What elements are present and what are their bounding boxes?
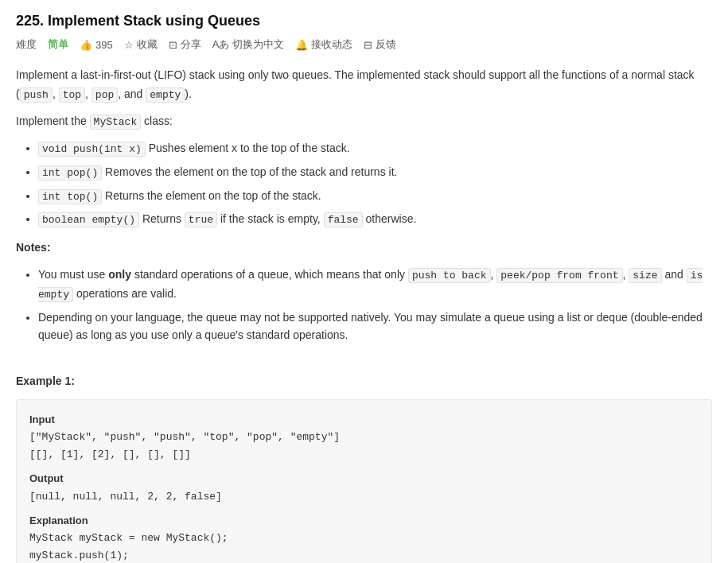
top-code: top [59,87,85,103]
note-code-1: push to back [408,268,491,283]
method-code-3: int top() [38,189,102,204]
method-text-2: Removes the element on the top of the st… [105,165,397,178]
spacer [16,356,712,372]
translate-label: 切换为中文 [232,37,284,52]
share-button[interactable]: ⊡ 分享 [169,37,201,52]
example-box: Input ["MyStack", "push", "push", "top",… [16,399,712,563]
notes-heading: Notes: [16,239,712,258]
note-sep3: and [662,268,687,281]
method-code-1: void push(int x) [38,142,146,157]
translate-button[interactable]: Aあ 切换为中文 [212,37,285,52]
output-label: Output [29,470,699,487]
note-code-2: peek/pop from front [496,268,622,283]
bell-button[interactable]: 🔔 接收动态 [295,37,352,52]
difficulty-label: 难度 [16,37,37,52]
desc-sep3: , and [118,87,146,100]
note-item-1: You must use only standard operations of… [38,266,712,304]
desc-sep2: , [85,87,91,100]
list-item: int pop() Removes the element on the top… [38,163,712,182]
note-bold: only [108,268,131,281]
description-para2: Implement the MyStack class: [16,112,712,131]
mystack-code: MyStack [90,115,142,130]
feedback-label: 反馈 [376,37,396,52]
collect-label: 收藏 [137,37,158,52]
desc-text-3: class: [141,115,173,127]
thumbs-icon: 👍 [80,39,92,51]
desc-sep1: , [53,87,59,100]
bell-label: 接收动态 [311,37,352,52]
note-text-1b: standard operations of a queue, which me… [131,268,408,281]
list-item: void push(int x) Pushes element x to the… [38,139,712,158]
meta-bar: 难度 简单 👍 395 ☆ 收藏 ⊡ 分享 Aあ 切换为中文 🔔 接收动态 ⊟ … [16,37,712,52]
method-list: void push(int x) Pushes element x to the… [38,139,712,229]
output-line: [null, null, null, 2, 2, false] [29,488,699,506]
method-text-5: if the stack is empty, [217,212,324,225]
notes-section: Notes: You must use only standard operat… [16,239,712,344]
method-text-4: Returns [142,212,185,225]
note-text-1c: operations are valid. [73,287,177,300]
share-label: 分享 [181,37,201,52]
empty-code: empty [146,87,185,103]
method-text-3: Returns the element on the top of the st… [105,189,321,202]
input-line1: ["MyStack", "push", "push", "top", "pop"… [29,429,699,446]
feedback-icon: ⊟ [364,39,372,51]
bell-icon: 🔔 [295,39,308,51]
method-text-6: otherwise. [363,212,417,225]
problem-title: 225. Implement Stack using Queues [16,13,712,29]
explanation-line-2: myStack.push(1); [29,547,699,563]
notes-list: You must use only standard operations of… [38,266,712,344]
note-text-2: Depending on your language, the queue ma… [38,311,703,341]
desc-end1: ). [185,87,192,100]
spacer-inner2 [29,506,699,512]
note-code-3: size [629,268,661,283]
method-code-4: boolean empty() [38,212,139,227]
desc-text-2: Implement the [16,115,90,127]
difficulty-value: 简单 [48,37,68,52]
note-text-1a: You must use [38,268,108,281]
list-item: int top() Returns the element on the top… [38,187,712,206]
input-label: Input [29,411,699,429]
false-code: false [324,212,363,227]
method-text-1: Pushes element x to the top of the stack… [149,142,350,154]
description-para1: Implement a last-in-first-out (LIFO) sta… [16,66,712,104]
translate-icon: Aあ [212,37,230,52]
thumbs-count: 395 [95,39,113,51]
list-item: boolean empty() Returns true if the stac… [38,210,712,229]
pop-code: pop [91,87,118,103]
note-item-2: Depending on your language, the queue ma… [38,309,712,344]
push-code: push [20,87,53,103]
feedback-button[interactable]: ⊟ 反馈 [364,37,396,52]
explanation-label: Explanation [29,512,699,530]
explanation-line-1: MyStack myStack = new MyStack(); [29,530,699,547]
share-icon: ⊡ [169,39,177,51]
star-icon: ☆ [124,39,134,51]
input-line2: [[], [1], [2], [], [], []] [29,446,699,464]
method-code-2: int pop() [38,165,102,181]
spacer-inner [29,464,699,470]
problem-body: Implement a last-in-first-out (LIFO) sta… [16,66,712,563]
true-code: true [185,212,217,227]
example-heading: Example 1: [16,372,712,391]
page-wrapper: 225. Implement Stack using Queues 难度 简单 … [0,0,728,563]
collect-button[interactable]: ☆ 收藏 [124,37,158,52]
thumbs-button[interactable]: 👍 395 [80,39,113,51]
